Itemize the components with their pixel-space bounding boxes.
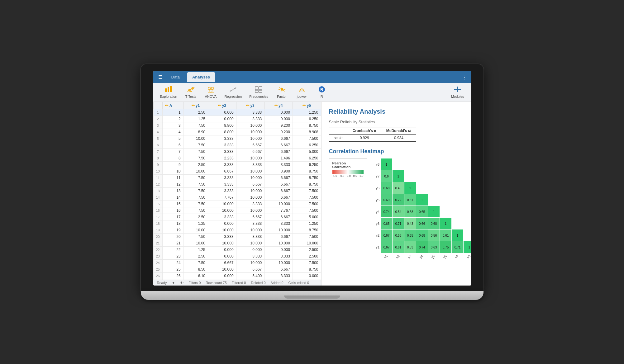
cell[interactable]: 15 [162,201,183,207]
cell[interactable]: 6.667 [264,135,293,142]
col-header-y5[interactable]: ✏ y5 [293,102,321,109]
cell[interactable]: 6.250 [293,142,321,149]
cell[interactable]: 2.500 [293,253,321,260]
cell[interactable]: 1.250 [293,109,321,116]
cell[interactable]: 3.333 [236,109,264,116]
cell[interactable]: 7.50 [183,201,208,207]
cell[interactable]: 6.667 [264,181,293,188]
table-row[interactable]: 13137.503.33310.0006.6677.500 [153,188,321,194]
cell[interactable]: 10 [162,168,183,175]
cell[interactable]: 1.250 [293,220,321,227]
cell[interactable]: 3.333 [236,162,264,168]
cell[interactable]: 24 [162,260,183,266]
cell[interactable]: 7.767 [208,194,236,201]
table-row[interactable]: 101010.006.66710.0008.9008.750 [153,168,321,175]
tool-frequencies[interactable]: Frequencies [246,85,271,100]
cell[interactable]: 0.000 [208,273,236,279]
cell[interactable]: 3 [162,122,183,129]
cell[interactable]: 5.000 [293,214,321,220]
cell[interactable]: 8.750 [293,181,321,188]
cell[interactable]: 6.667 [264,194,293,201]
cell[interactable]: 20 [162,234,183,240]
col-header-a[interactable]: ✏ A [162,102,183,109]
cell[interactable]: 10.000 [236,194,264,201]
cell[interactable]: 3.333 [236,116,264,122]
cell[interactable]: 9.200 [264,122,293,129]
cell[interactable]: 7.500 [293,234,321,240]
cell[interactable]: 7.500 [293,207,321,214]
cell[interactable]: 11 [162,175,183,181]
table-row[interactable]: 18181.250.0003.3333.3331.250 [153,220,321,227]
cell[interactable]: 8.750 [293,168,321,175]
cell[interactable]: 8.900 [264,168,293,175]
cell[interactable]: 22 [162,247,183,253]
cell[interactable]: 10.00 [183,227,208,234]
cell[interactable]: 8.800 [208,122,236,129]
table-row[interactable]: 26266.100.0005.4003.3330.000 [153,273,321,279]
cell[interactable]: 1.25 [183,220,208,227]
cell[interactable]: 10.000 [208,240,236,247]
cell[interactable]: 6.667 [264,142,293,149]
cell[interactable]: 10.000 [264,201,293,207]
cell[interactable]: 10.000 [236,155,264,162]
col-header-y1[interactable]: ✏ y1 [183,102,208,109]
table-row[interactable]: 992.503.3333.3333.3336.250 [153,162,321,168]
cell[interactable]: 8.750 [293,175,321,181]
tool-r[interactable]: R R [312,85,331,100]
table-row[interactable]: 24247.506.66710.00010.0007.500 [153,260,321,266]
cell[interactable]: 7.50 [183,181,208,188]
table-row[interactable]: 11117.503.33310.0006.6678.750 [153,175,321,181]
cell[interactable]: 16 [162,207,183,214]
cell[interactable]: 14 [162,194,183,201]
cell[interactable]: 3.333 [208,135,236,142]
cell[interactable]: 3.333 [264,253,293,260]
cell[interactable]: 7.500 [293,194,321,201]
cell[interactable]: 10.000 [208,266,236,273]
cell[interactable]: 8.750 [293,266,321,273]
table-row[interactable]: 191910.0010.00010.00010.0008.750 [153,227,321,234]
cell[interactable]: 8.800 [208,129,236,135]
cell[interactable]: 8 [162,155,183,162]
table-row[interactable]: 212110.0010.00010.00010.00010.000 [153,240,321,247]
cell[interactable]: 6.250 [293,116,321,122]
cell[interactable]: 3.333 [264,273,293,279]
cell[interactable]: 7.50 [183,234,208,240]
cell[interactable]: 6.667 [236,181,264,188]
cell[interactable]: 9.200 [264,129,293,135]
cell[interactable]: 10.000 [236,240,264,247]
cell[interactable]: 7.50 [183,142,208,149]
cell[interactable]: 10.00 [183,240,208,247]
tab-data[interactable]: Data [166,72,185,82]
cell[interactable]: 2.500 [293,247,321,253]
cell[interactable]: 10.000 [236,168,264,175]
cell[interactable]: 3.333 [264,162,293,168]
cell[interactable]: 10.000 [208,207,236,214]
tab-analyses[interactable]: Analyses [187,72,215,82]
cell[interactable]: 6.250 [293,155,321,162]
cell[interactable]: 7.500 [293,135,321,142]
table-row[interactable]: 112.500.0003.3330.0001.250 [153,109,321,116]
table-row[interactable]: 5510.003.33310.0006.6677.500 [153,135,321,142]
table-row[interactable]: 337.508.80010.0009.2008.750 [153,122,321,129]
cell[interactable]: 10.000 [264,227,293,234]
cell[interactable]: 10.000 [236,135,264,142]
cell[interactable]: 2.233 [208,155,236,162]
cell[interactable]: 0.000 [208,116,236,122]
cell[interactable]: 25 [162,266,183,273]
cell[interactable]: 1 [162,109,183,116]
cell[interactable]: 6.667 [264,188,293,194]
cell[interactable]: 7 [162,149,183,155]
table-row[interactable]: 20207.503.3333.3336.6677.500 [153,234,321,240]
table-row[interactable]: 221.250.0003.3330.0006.250 [153,116,321,122]
cell[interactable]: 7.50 [183,194,208,201]
table-row[interactable]: 887.502.23310.0001.4966.250 [153,155,321,162]
cell[interactable]: 3.333 [208,234,236,240]
cell[interactable]: 3.333 [208,181,236,188]
more-menu-button[interactable]: ⋮ [462,73,467,80]
cell[interactable]: 3.333 [208,175,236,181]
cell[interactable]: 0.000 [208,109,236,116]
cell[interactable]: 10.000 [236,122,264,129]
cell[interactable]: 10.00 [183,168,208,175]
cell[interactable]: 0.000 [264,247,293,253]
table-row[interactable]: 22221.250.0000.0000.0002.500 [153,247,321,253]
